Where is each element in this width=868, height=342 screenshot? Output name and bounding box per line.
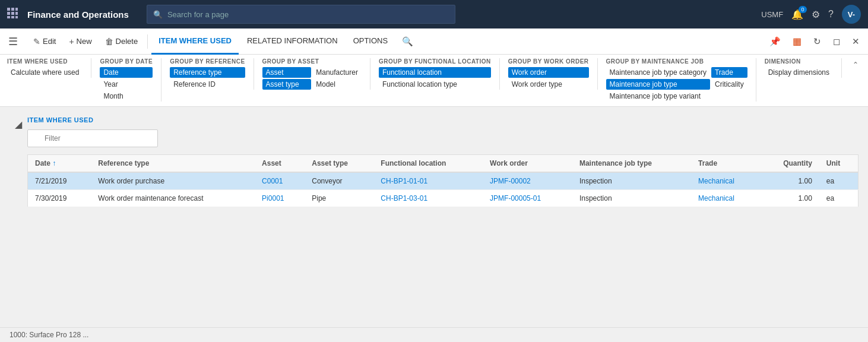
ribbon-items-reference: Reference type Reference ID	[170, 67, 245, 90]
cell-work-order-2[interactable]: JPMF-00005-01	[483, 190, 572, 207]
svg-rect-4	[11, 12, 14, 15]
search-bar[interactable]: 🔍	[147, 5, 455, 24]
ribbon-date[interactable]: Date	[100, 67, 153, 78]
ribbon-group-label-date: GROUP BY DATE	[100, 58, 153, 65]
ribbon-group-by-functional-location: GROUP BY FUNCTIONAL LOCATION Functional …	[379, 58, 500, 90]
ribbon: ITEM WHERE USED Calculate where used GRO…	[0, 55, 868, 107]
settings-button[interactable]: ⚙	[812, 9, 820, 20]
gear-icon: ⚙	[812, 10, 820, 20]
app-grid-icon[interactable]	[7, 8, 18, 21]
tab-item-where-used[interactable]: ITEM WHERE USED	[151, 28, 239, 55]
search-icon-toolbar[interactable]: 🔍	[398, 34, 417, 49]
ribbon-reference-id[interactable]: Reference ID	[170, 79, 245, 90]
col-quantity[interactable]: Quantity	[760, 155, 819, 173]
cell-functional-location-2[interactable]: CH-BP1-03-01	[373, 190, 483, 207]
ribbon-maintenance-job-type-category[interactable]: Maintenance job type category	[606, 67, 710, 78]
ribbon-display-dimensions[interactable]: Display dimensions	[765, 67, 833, 78]
filter-bar: 🔍	[27, 129, 859, 147]
ribbon-year[interactable]: Year	[100, 79, 153, 90]
cell-functional-location-1[interactable]: CH-BP1-01-01	[373, 172, 483, 190]
app-title: Finance and Operations	[27, 10, 129, 20]
table-row[interactable]: 7/21/2019 Work order purchase C0001 Conv…	[28, 172, 859, 190]
pin-icon[interactable]: 📌	[766, 34, 784, 49]
top-nav-right: USMF 🔔 0 ⚙ ? V-	[761, 5, 861, 24]
ribbon-group-by-maintenance-job: GROUP BY MAINTENANCE JOB Maintenance job…	[606, 58, 756, 102]
col-trade[interactable]: Trade	[691, 155, 760, 173]
ribbon-functional-location-type[interactable]: Functional location type	[379, 79, 491, 90]
svg-rect-3	[7, 12, 10, 15]
cell-asset-type-1: Conveyor	[305, 172, 373, 190]
cell-trade-2[interactable]: Mechanical	[691, 190, 760, 207]
col-asset-type[interactable]: Asset type	[305, 155, 373, 173]
ribbon-manufacturer[interactable]: Manufacturer	[312, 67, 362, 78]
office-icon[interactable]: ▦	[789, 33, 805, 49]
cell-trade-1[interactable]: Mechanical	[691, 172, 760, 190]
new-button[interactable]: + New	[63, 32, 97, 51]
ribbon-maintenance-job-type[interactable]: Maintenance job type	[606, 79, 710, 90]
cell-asset-2[interactable]: Pi0001	[255, 190, 305, 207]
search-input[interactable]	[167, 10, 449, 19]
ribbon-maintenance-job-type-variant[interactable]: Maintenance job type variant	[606, 91, 710, 102]
ribbon-group-label-reference: GROUP BY REFERENCE	[170, 58, 245, 65]
svg-rect-8	[15, 16, 18, 18]
svg-rect-1	[11, 8, 14, 11]
svg-rect-6	[7, 16, 10, 18]
ribbon-group-dimension: DIMENSION Display dimensions	[765, 58, 842, 78]
tab-related-information[interactable]: RELATED INFORMATION	[240, 28, 345, 55]
filter-icon[interactable]: ◢	[15, 119, 22, 130]
ribbon-functional-location[interactable]: Functional location	[379, 67, 491, 78]
col-maintenance-job-type[interactable]: Maintenance job type	[572, 155, 691, 173]
cell-unit-1: ea	[819, 172, 859, 190]
edit-icon: ✎	[33, 37, 40, 46]
avatar[interactable]: V-	[842, 5, 861, 24]
ribbon-work-order[interactable]: Work order	[508, 67, 589, 78]
ribbon-items-work-order: Work order Work order type	[508, 67, 589, 90]
col-functional-location[interactable]: Functional location	[373, 155, 483, 173]
notification-badge: 0	[799, 6, 807, 13]
ribbon-items-asset: Asset Manufacturer Asset type Model	[262, 67, 362, 90]
filter-sidebar: ◢	[9, 116, 27, 207]
ribbon-group-label-maintenance-job: GROUP BY MAINTENANCE JOB	[606, 58, 747, 65]
table-row[interactable]: 7/30/2019 Work order maintenance forecas…	[28, 190, 859, 207]
hamburger-icon[interactable]: ☰	[5, 33, 21, 50]
ribbon-month[interactable]: Month	[100, 91, 153, 102]
ribbon-reference-type[interactable]: Reference type	[170, 67, 245, 78]
edit-button[interactable]: ✎ Edit	[27, 32, 62, 51]
col-asset[interactable]: Asset	[255, 155, 305, 173]
ribbon-items-functional-location: Functional location Functional location …	[379, 67, 491, 90]
ribbon-asset-type[interactable]: Asset type	[262, 79, 312, 90]
ribbon-group-label-asset: GROUP BY ASSET	[262, 58, 362, 65]
cell-unit-2: ea	[819, 190, 859, 207]
filter-input[interactable]	[27, 129, 158, 147]
refresh-icon[interactable]: ↻	[810, 34, 825, 49]
notification-button[interactable]: 🔔 0	[791, 9, 803, 20]
cell-date-1: 7/21/2019	[28, 172, 91, 190]
ribbon-criticality[interactable]: Criticality	[711, 79, 747, 90]
ribbon-asset[interactable]: Asset	[262, 67, 312, 78]
svg-rect-2	[15, 8, 18, 11]
svg-rect-5	[15, 12, 18, 15]
help-button[interactable]: ?	[828, 9, 834, 20]
ribbon-group-item-where-used: ITEM WHERE USED Calculate where used	[7, 58, 91, 78]
ribbon-trade[interactable]: Trade	[711, 67, 747, 78]
delete-icon: 🗑	[105, 37, 113, 46]
ribbon-calculate-where-used[interactable]: Calculate where used	[7, 67, 83, 78]
close-icon[interactable]: ✕	[848, 34, 863, 49]
delete-button[interactable]: 🗑 Delete	[99, 32, 144, 51]
col-work-order[interactable]: Work order	[483, 155, 572, 173]
cell-reference-type-1: Work order purchase	[91, 172, 255, 190]
col-unit[interactable]: Unit	[819, 155, 859, 173]
ribbon-collapse-icon[interactable]: ⌃	[850, 58, 861, 71]
tab-options[interactable]: OPTIONS	[346, 28, 395, 55]
ribbon-items-dimension: Display dimensions	[765, 67, 833, 78]
popout-icon[interactable]: ◻	[829, 34, 844, 49]
toolbar-divider	[147, 34, 148, 49]
cell-asset-1[interactable]: C0001	[255, 172, 305, 190]
col-reference-type[interactable]: Reference type	[91, 155, 255, 173]
ribbon-work-order-type[interactable]: Work order type	[508, 79, 589, 90]
col-date[interactable]: Date	[28, 155, 91, 173]
ribbon-items-date: Date Year Month	[100, 67, 153, 102]
cell-work-order-1[interactable]: JPMF-00002	[483, 172, 572, 190]
ribbon-model[interactable]: Model	[312, 79, 362, 90]
search-bar-icon: 🔍	[153, 10, 163, 19]
